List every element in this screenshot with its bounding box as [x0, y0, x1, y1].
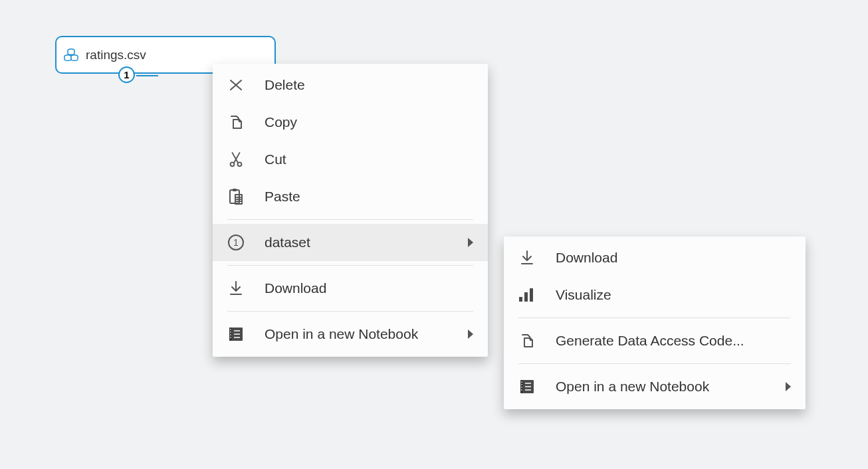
menu-item-download[interactable]: Download [213, 270, 488, 307]
submenu-item-download[interactable]: Download [504, 239, 806, 276]
port-connector-line [136, 75, 158, 76]
menu-item-dataset[interactable]: 1 dataset [213, 224, 488, 261]
dataset-node-icon [63, 47, 79, 63]
svg-rect-12 [519, 297, 522, 302]
menu-item-paste[interactable]: Paste [213, 178, 488, 215]
notebook-icon [517, 377, 537, 397]
submenu-item-visualize[interactable]: Visualize [504, 276, 806, 314]
menu-item-label: Open in a new Notebook [265, 326, 455, 342]
menu-item-copy[interactable]: Copy [213, 104, 488, 141]
context-submenu: Download Visualize Generate Data Access … [504, 236, 806, 409]
copy-icon [226, 112, 246, 132]
menu-item-label: Paste [265, 189, 473, 205]
menu-separator [227, 219, 473, 220]
download-icon [226, 278, 246, 298]
menu-item-label: Generate Data Access Code... [556, 333, 791, 349]
port-number: 1 [124, 69, 129, 80]
menu-separator [227, 311, 473, 312]
menu-item-label: Visualize [556, 287, 791, 303]
chevron-right-icon [468, 329, 473, 339]
svg-rect-6 [233, 189, 237, 191]
menu-separator [227, 265, 473, 266]
context-menu: Delete Copy Cut [213, 64, 488, 357]
menu-item-label: Download [556, 250, 791, 266]
scissors-icon [226, 149, 246, 169]
menu-separator [518, 318, 791, 318]
chevron-right-icon [468, 238, 473, 247]
menu-item-label: Delete [265, 77, 473, 93]
dataset-node-label: ratings.csv [86, 48, 146, 62]
clipboard-icon [226, 187, 246, 207]
download-icon [517, 248, 537, 268]
notebook-icon [226, 324, 246, 344]
bars-icon [517, 285, 537, 305]
copy-icon [517, 331, 537, 351]
menu-item-label: Copy [265, 114, 473, 130]
menu-item-cut[interactable]: Cut [213, 141, 488, 178]
svg-rect-13 [524, 292, 528, 302]
node-output-port[interactable]: 1 [118, 66, 135, 83]
svg-rect-14 [530, 288, 533, 302]
menu-item-label: Open in a new Notebook [556, 379, 772, 395]
circle-1-icon: 1 [226, 233, 246, 252]
menu-item-delete[interactable]: Delete [213, 66, 488, 104]
chevron-right-icon [786, 382, 791, 391]
submenu-item-generate-code[interactable]: Generate Data Access Code... [504, 322, 806, 359]
menu-item-label: Download [265, 280, 473, 296]
menu-item-label: Cut [265, 151, 473, 167]
menu-separator [518, 363, 791, 364]
x-icon [226, 75, 246, 95]
svg-text:1: 1 [233, 237, 239, 248]
menu-item-open-notebook[interactable]: Open in a new Notebook [213, 316, 488, 353]
menu-item-label: dataset [265, 234, 455, 250]
submenu-item-open-notebook[interactable]: Open in a new Notebook [504, 368, 806, 405]
